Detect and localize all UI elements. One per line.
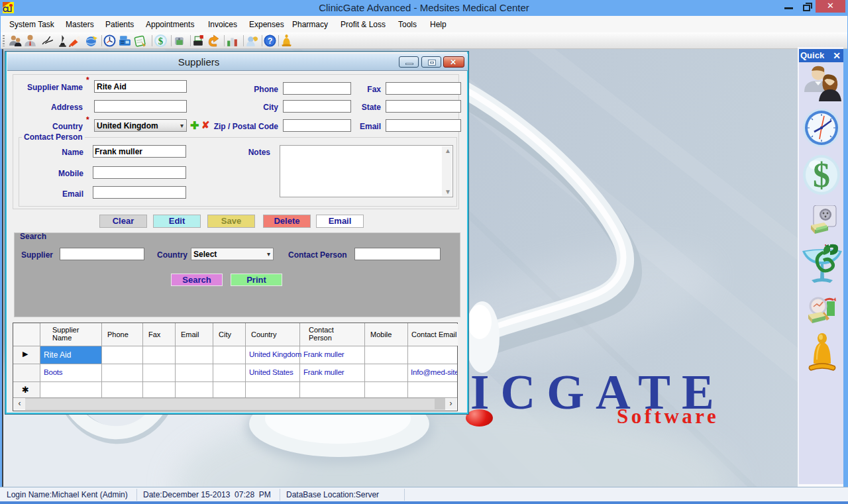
svg-text:?: ? [268, 36, 273, 46]
svg-text:$: $ [158, 36, 163, 46]
svg-text:$: $ [813, 156, 830, 194]
